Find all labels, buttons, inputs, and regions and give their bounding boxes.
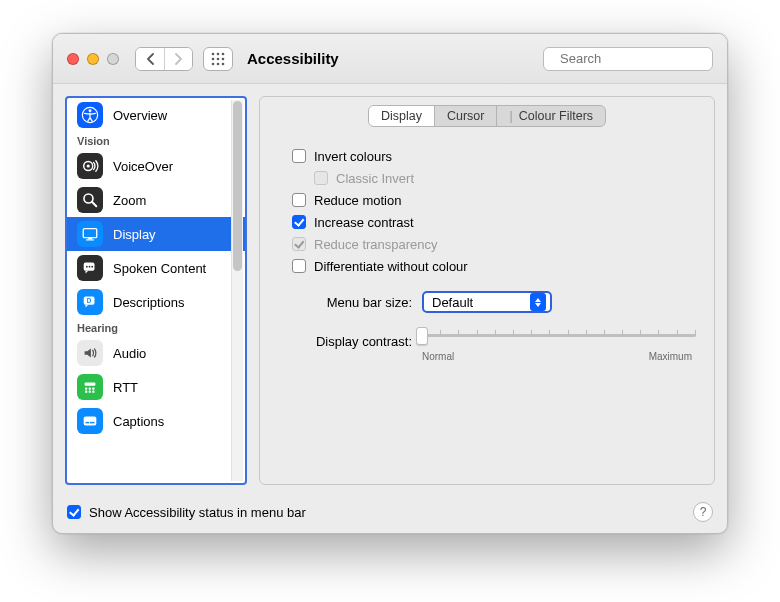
svg-rect-34 [84,417,97,426]
scrollbar[interactable] [231,100,243,481]
descriptions-icon: D [77,289,103,315]
spoken-content-icon [77,255,103,281]
sidebar-item-label: RTT [113,380,138,395]
minimize-window-button[interactable] [87,53,99,65]
chevron-left-icon [146,53,155,65]
menu-bar-size-label: Menu bar size: [292,295,412,310]
differentiate-colour-label: Differentiate without colour [314,259,468,274]
window-title: Accessibility [247,50,339,67]
chevron-right-icon [174,53,183,65]
svg-line-16 [92,202,96,206]
tab-display[interactable]: Display [369,106,435,126]
sidebar-item-label: Zoom [113,193,146,208]
svg-rect-18 [88,238,93,239]
sidebar-header-hearing: Hearing [67,319,245,336]
rtt-icon [77,374,103,400]
invert-colours-checkbox[interactable] [292,149,306,163]
toolbar: Accessibility [53,34,727,84]
reduce-motion-row: Reduce motion [292,189,696,211]
svg-point-6 [212,62,215,65]
sidebar-item-descriptions[interactable]: DDescriptions [67,285,245,319]
classic-invert-checkbox [314,171,328,185]
search-field[interactable] [543,47,713,71]
sidebar-item-label: VoiceOver [113,159,173,174]
differentiate-colour-checkbox[interactable] [292,259,306,273]
sidebar-item-voiceover[interactable]: VoiceOver [67,149,245,183]
display-contrast-label: Display contrast: [292,334,412,349]
slider-knob[interactable] [416,327,428,345]
increase-contrast-label: Increase contrast [314,215,414,230]
svg-point-2 [222,52,225,55]
svg-rect-27 [85,383,96,386]
category-sidebar: OverviewVisionVoiceOverZoomDisplaySpoken… [65,96,247,485]
invert-colours-label: Invert colours [314,149,392,164]
svg-rect-19 [86,239,94,240]
tab-cursor[interactable]: Cursor [435,106,498,126]
svg-point-23 [91,266,93,268]
svg-rect-28 [85,387,87,389]
svg-rect-17 [83,229,97,238]
svg-rect-33 [92,391,94,393]
select-stepper-icon [530,293,546,311]
back-button[interactable] [136,48,164,70]
sidebar-item-spoken[interactable]: Spoken Content [67,251,245,285]
invert-colours-row: Invert colours [292,145,696,167]
display-contrast-slider[interactable] [422,327,696,355]
sidebar-item-label: Display [113,227,156,242]
menu-bar-size-value: Default [432,295,473,310]
search-input[interactable] [558,50,728,67]
svg-point-1 [217,52,220,55]
forward-button[interactable] [164,48,192,70]
sidebar-item-label: Spoken Content [113,261,206,276]
status-in-menubar-row: Show Accessibility status in menu bar [67,501,306,523]
zoom-window-button[interactable] [107,53,119,65]
reduce-transparency-checkbox [292,237,306,251]
svg-rect-36 [90,422,95,423]
svg-point-0 [212,52,215,55]
svg-rect-30 [92,387,94,389]
sidebar-item-audio[interactable]: Audio [67,336,245,370]
sidebar-item-overview[interactable]: Overview [67,98,245,132]
sidebar-item-captions[interactable]: Captions [67,404,245,438]
svg-point-22 [89,266,91,268]
increase-contrast-row: Increase contrast [292,211,696,233]
sidebar-item-label: Audio [113,346,146,361]
tab-filters[interactable]: |Colour Filters [497,106,605,126]
classic-invert-row: Classic Invert [292,167,696,189]
sidebar-item-label: Captions [113,414,164,429]
close-window-button[interactable] [67,53,79,65]
svg-point-21 [86,266,88,268]
svg-point-4 [217,57,220,60]
status-in-menubar-checkbox[interactable] [67,505,81,519]
reduce-transparency-label: Reduce transparency [314,237,438,252]
zoom-icon [77,187,103,213]
svg-point-14 [87,164,90,167]
classic-invert-label: Classic Invert [336,171,414,186]
display-options: Invert colours Classic Invert Reduce mot… [278,141,696,277]
help-button[interactable]: ? [693,502,713,522]
svg-point-5 [222,57,225,60]
show-all-button[interactable] [203,47,233,71]
sidebar-item-label: Overview [113,108,167,123]
svg-rect-32 [89,391,91,393]
sidebar-item-rtt[interactable]: RTT [67,370,245,404]
footer: Show Accessibility status in menu bar ? [53,493,727,533]
reduce-motion-label: Reduce motion [314,193,401,208]
svg-text:D: D [87,297,92,304]
preferences-window: Accessibility OverviewVisionVoiceOverZoo… [52,33,728,534]
sidebar-item-label: Descriptions [113,295,185,310]
svg-point-8 [222,62,225,65]
sidebar-item-display[interactable]: Display [67,217,245,251]
svg-rect-29 [89,387,91,389]
status-in-menubar-label: Show Accessibility status in menu bar [89,505,306,520]
help-icon: ? [700,505,707,519]
differentiate-colour-row: Differentiate without colour [292,255,696,277]
reduce-motion-checkbox[interactable] [292,193,306,207]
svg-point-7 [217,62,220,65]
increase-contrast-checkbox[interactable] [292,215,306,229]
sidebar-item-zoom[interactable]: Zoom [67,183,245,217]
menu-bar-size-select[interactable]: Default [422,291,552,313]
svg-point-3 [212,57,215,60]
scrollbar-thumb[interactable] [233,101,242,271]
svg-point-12 [89,109,92,112]
